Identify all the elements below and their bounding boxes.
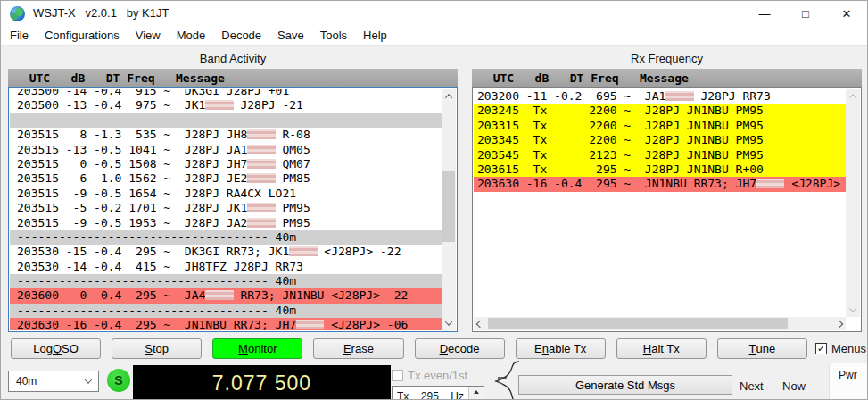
decode-row[interactable]: 203630 -16 -0.4 295 ~ JN1NBU RR73; JH7 <…	[10, 318, 442, 330]
tx-even-checkbox[interactable]: Tx even/1st	[392, 369, 467, 382]
button-decode[interactable]: Decode	[415, 338, 505, 359]
band-select-value: 40m	[9, 375, 86, 388]
censored-callsign	[205, 100, 233, 110]
rx-frequency-hscrollbar[interactable]	[474, 317, 846, 330]
rx-frequency-title: Rx Frequency	[472, 52, 862, 66]
decode-separator: ------------------------------------ 40m	[10, 230, 442, 245]
band-select[interactable]: 40m	[8, 371, 99, 392]
power-panel: Pwr	[829, 363, 868, 400]
button-tune[interactable]: Tune	[717, 338, 807, 359]
decode-row[interactable]: 203245 Tx 2200 ~ J28PJ JN1NBU PM95	[474, 104, 846, 118]
scroll-down-button[interactable]	[442, 316, 456, 330]
triangle-up-icon	[474, 390, 479, 394]
decode-row[interactable]: 203345 Tx 2200 ~ J28PJ JN1NBU PM95	[474, 133, 846, 147]
button-monitor[interactable]: Monitor	[212, 338, 302, 359]
decode-row[interactable]: 203515 -9 -0.5 1953 ~ J28PJ JA2 PM95	[10, 216, 442, 230]
pwr-label: Pwr	[839, 369, 857, 381]
frequency-display[interactable]: 7.077 500	[133, 365, 391, 400]
decode-row[interactable]: 203630 -16 -0.4 295 ~ JN1NBU RR73; JH7 <…	[474, 177, 846, 191]
decode-row[interactable]: 203200 -11 -0.2 695 ~ JA1 J28PJ RR73	[474, 89, 846, 104]
band-activity-column-header: UTC dB DT Freq Message	[8, 69, 458, 88]
scroll-up-button[interactable]	[846, 89, 860, 104]
menu-item-view[interactable]: View	[128, 26, 169, 46]
button-enable-tx[interactable]: Enable Tx	[516, 338, 606, 359]
window-title: WSJT-X v2.0.1 by K1JT	[33, 6, 169, 20]
spin-down-button[interactable]	[469, 396, 484, 400]
scrollbar-thumb[interactable]	[442, 171, 455, 242]
rx-frequency-rows: 203200 -11 -0.2 695 ~ JA1 J28PJ RR732032…	[474, 89, 846, 317]
main-button-row: Log QSOStopMonitorEraseDecodeEnable TxHa…	[11, 338, 807, 359]
band-activity-title: Band Activity	[8, 52, 458, 66]
frequency-value: 7.077 500	[212, 371, 311, 396]
decode-row[interactable]: 203615 Tx 295 ~ J28PJ JN1NBU R+00	[474, 162, 846, 177]
band-activity-scrollbar[interactable]	[442, 89, 456, 330]
rx-frequency-column-header: UTC dB DT Freq Message	[472, 69, 862, 88]
decode-row[interactable]: 203515 -9 -0.5 1654 ~ J28PJ RA4CX LO21	[10, 187, 442, 201]
censored-callsign	[247, 203, 275, 212]
menu-item-mode[interactable]: Mode	[169, 26, 214, 46]
button-halt-tx[interactable]: Halt Tx	[616, 338, 707, 359]
rx-frequency-vscrollbar[interactable]	[846, 89, 860, 317]
chevron-up-icon	[445, 94, 452, 101]
decode-separator: ----------------------------------------…	[10, 113, 442, 128]
decode-row[interactable]: 203515 -6 1.0 1562 ~ J28PJ JE2 PM85	[10, 171, 442, 186]
chevron-down-icon	[849, 304, 856, 312]
menus-label: Menus	[831, 342, 866, 355]
window-controls: — □ ✕	[744, 1, 867, 26]
decode-row[interactable]: 203500 -13 -0.4 975 ~ JK1 J28PJ -21	[10, 98, 442, 112]
spin-up-button[interactable]	[469, 387, 484, 396]
censored-callsign	[247, 218, 275, 228]
scroll-right-button[interactable]	[833, 317, 846, 330]
decode-row[interactable]: 203530 -14 -0.4 415 ~ JH8TFZ J28PJ RR73	[10, 260, 442, 274]
button-log-qso[interactable]: Log QSO	[11, 338, 101, 359]
next-column-label: Next	[740, 379, 764, 393]
chevron-right-icon	[836, 320, 843, 327]
scrollbar-thumb[interactable]	[488, 318, 788, 329]
chevron-down-icon	[445, 318, 452, 325]
maximize-button[interactable]: □	[785, 1, 826, 26]
app-globe-icon	[10, 6, 25, 21]
menu-item-save[interactable]: Save	[269, 26, 312, 46]
button-stop[interactable]: Stop	[112, 338, 202, 359]
status-s-button[interactable]: S	[107, 369, 130, 392]
tx-even-label: Tx even/1st	[408, 369, 467, 382]
band-activity-rows: 203500 -14 -0.4 915 ~ DK3GI J28PJ +01203…	[10, 89, 442, 330]
decode-row[interactable]: 203515 0 -0.5 1508 ~ J28PJ JH7 QM07	[10, 157, 442, 171]
generate-std-msgs-button[interactable]: Generate Std Msgs	[518, 375, 732, 395]
censored-callsign	[205, 290, 233, 300]
censored-callsign	[665, 91, 693, 101]
tx-spinner-prefix: Tx	[393, 390, 413, 400]
censored-callsign	[247, 145, 275, 154]
wsjtx-window: WSJT-X v2.0.1 by K1JT — □ ✕ FileConfigur…	[0, 0, 868, 400]
censored-callsign	[247, 173, 275, 183]
decode-row[interactable]: 203545 Tx 2123 ~ J28PJ JN1NBU PM95	[474, 148, 846, 162]
checkbox-check-icon: ✓	[815, 343, 827, 354]
menu-item-configurations[interactable]: Configurations	[37, 26, 128, 46]
menu-item-tools[interactable]: Tools	[312, 26, 355, 46]
tx-spinner-unit: Hz	[446, 390, 468, 400]
checkbox-box	[392, 370, 403, 381]
menu-item-file[interactable]: File	[1, 26, 37, 46]
decode-row[interactable]: 203515 8 -1.3 535 ~ J28PJ JH8 R-08	[10, 128, 442, 142]
menu-item-decode[interactable]: Decode	[213, 26, 269, 46]
decode-row[interactable]: 203530 -15 -0.4 295 ~ DK3GI RR73; JK1 <J…	[10, 245, 442, 259]
now-column-label: Now	[782, 379, 806, 393]
censored-callsign	[289, 246, 317, 256]
close-button[interactable]: ✕	[826, 1, 867, 26]
tx-spinner-value[interactable]: 295	[413, 390, 446, 400]
minimize-button[interactable]: —	[744, 1, 785, 26]
tx-frequency-spinner[interactable]: Tx 295 Hz	[392, 386, 484, 400]
decode-row[interactable]: 203315 Tx 2200 ~ J28PJ JN1NBU PM95	[474, 119, 846, 133]
menu-item-help[interactable]: Help	[355, 26, 395, 46]
scroll-left-button[interactable]	[474, 317, 486, 330]
decode-row[interactable]: 203600 0 -0.4 295 ~ JA4 RR73; JN1NBU <J2…	[10, 288, 442, 303]
chevron-up-icon	[849, 94, 856, 101]
decode-row[interactable]: 203515 -13 -0.5 1041 ~ J28PJ JA1 QM05	[10, 143, 442, 157]
scroll-down-button[interactable]	[846, 303, 860, 317]
scroll-up-button[interactable]	[442, 89, 456, 104]
button-erase[interactable]: Erase	[313, 338, 403, 359]
menus-checkbox[interactable]: ✓ Menus	[815, 342, 866, 355]
decode-row[interactable]: 203500 -14 -0.4 915 ~ DK3GI J28PJ +01	[10, 89, 442, 98]
band-activity-panel: 203500 -14 -0.4 915 ~ DK3GI J28PJ +01203…	[8, 88, 458, 332]
decode-row[interactable]: 203515 -5 -0.2 1701 ~ J28PJ JK1 PM95	[10, 201, 442, 215]
